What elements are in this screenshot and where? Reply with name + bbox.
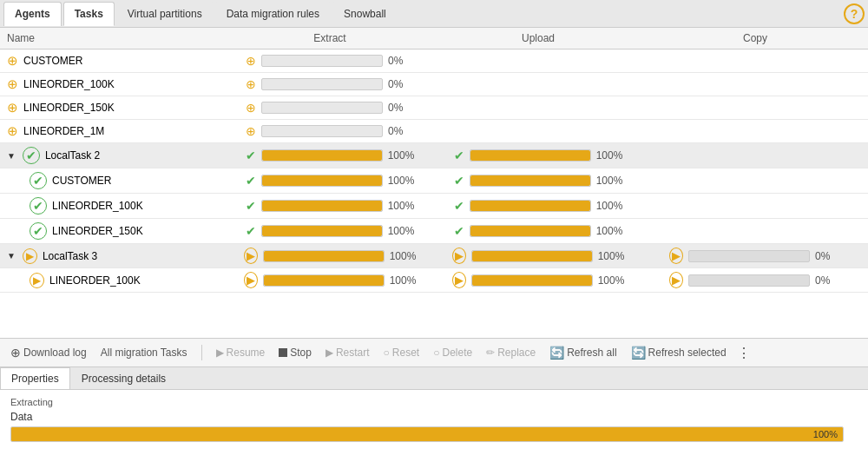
col-name: Name	[0, 28, 226, 50]
progress-bar-container	[263, 250, 385, 262]
check-icon: ✔	[30, 172, 47, 189]
data-label: Data	[10, 411, 858, 423]
refresh-all-button[interactable]: 🔄 Refresh all	[546, 344, 620, 361]
refresh-selected-button[interactable]: 🔄 Refresh selected	[628, 344, 730, 361]
table-row[interactable]: ⊕CUSTOMER⊕0%	[0, 50, 868, 73]
col-extract: Extract	[226, 28, 434, 50]
tab-data-migration-rules[interactable]: Data migration rules	[215, 2, 331, 26]
progress-pct-label: 100%	[388, 175, 415, 187]
main-area: Name Extract Upload Copy ⊕CUSTOMER⊕0%⊕LI…	[0, 28, 868, 449]
progress-bar-fill	[262, 201, 382, 211]
extracting-label: Extracting	[10, 397, 858, 407]
check-icon: ✔	[454, 199, 464, 213]
progress-cell: ▶100%	[441, 272, 635, 288]
progress-bar-container	[470, 200, 591, 212]
progress-bar-container	[261, 175, 383, 187]
help-icon[interactable]: ?	[844, 3, 865, 24]
table-row[interactable]: ⊕LINEORDER_100K⊕0%	[0, 73, 868, 96]
row-name-label: LINEORDER_150K	[52, 225, 143, 237]
col-copy: Copy	[642, 28, 868, 50]
progress-bar-container	[261, 225, 383, 237]
progress-bar-container	[470, 149, 591, 162]
progress-cell: ✔100%	[233, 224, 427, 238]
row-name-label: LocalTask 3	[43, 250, 97, 262]
add-icon: ⊕	[7, 123, 18, 139]
progress-bar-fill	[262, 226, 382, 236]
tab-bar: Agents Tasks Virtual partitions Data mig…	[0, 0, 868, 28]
check-icon: ✔	[246, 224, 256, 238]
progress-bar-fill	[470, 150, 590, 161]
row-name-label: LINEORDER_150K	[23, 102, 115, 114]
add-icon: ⊕	[7, 100, 18, 116]
table-row[interactable]: ⊕LINEORDER_150K⊕0%	[0, 96, 868, 120]
reset-icon: ○	[384, 347, 390, 359]
progress-bar-container	[688, 250, 810, 262]
replace-icon: ✏	[486, 347, 495, 359]
table-row[interactable]: ✔LINEORDER_150K✔100%✔100%	[0, 219, 868, 244]
progress-bar-container	[470, 175, 591, 187]
check-icon: ✔	[30, 197, 47, 215]
add-icon: ⊕	[246, 77, 256, 91]
row-name-label: LINEORDER_1M	[23, 125, 104, 137]
table-row[interactable]: ▼▶LocalTask 3▶100%▶100%▶0%	[0, 244, 868, 268]
progress-bar-container	[470, 225, 591, 237]
table-row[interactable]: ✔CUSTOMER✔100%✔100%	[0, 168, 868, 194]
stop-icon	[279, 348, 287, 357]
bottom-progress-fill	[11, 427, 843, 441]
tab-processing-details[interactable]: Processing details	[70, 367, 177, 389]
table-row[interactable]: ✔LINEORDER_100K✔100%✔100%	[0, 194, 868, 219]
replace-button[interactable]: ✏ Replace	[483, 345, 539, 360]
tab-properties[interactable]: Properties	[0, 367, 70, 389]
progress-pct-label: 0%	[815, 250, 841, 262]
resume-button[interactable]: ▶ Resume	[213, 345, 269, 360]
progress-bar-fill	[264, 275, 384, 286]
tab-tasks[interactable]: Tasks	[63, 2, 115, 26]
progress-pct-label: 100%	[596, 200, 623, 212]
restart-button[interactable]: ▶ Restart	[322, 345, 373, 360]
progress-bar-container	[261, 200, 383, 212]
row-name-label: LINEORDER_100K	[52, 200, 143, 212]
bottom-tabs: Properties Processing details	[0, 367, 868, 390]
play-icon: ▶	[669, 248, 683, 264]
table-row[interactable]: ▶LINEORDER_100K▶100%▶100%▶0%	[0, 268, 868, 293]
table-row[interactable]: ▼✔LocalTask 2✔100%✔100%	[0, 143, 868, 168]
more-options-button[interactable]: ⋮	[737, 345, 751, 361]
progress-bar-fill	[264, 251, 384, 261]
progress-cell: ✔100%	[441, 199, 635, 213]
progress-bar-fill	[470, 175, 590, 186]
tab-snowball[interactable]: Snowball	[332, 2, 398, 26]
task-table-container[interactable]: Name Extract Upload Copy ⊕CUSTOMER⊕0%⊕LI…	[0, 28, 868, 339]
row-name-label: CUSTOMER	[52, 175, 111, 187]
delete-icon: ○	[433, 347, 439, 359]
progress-pct-label: 100%	[596, 225, 623, 237]
play-icon: ▶	[244, 248, 258, 264]
task-table: Name Extract Upload Copy ⊕CUSTOMER⊕0%⊕LI…	[0, 28, 868, 293]
resume-icon: ▶	[216, 347, 224, 359]
reset-button[interactable]: ○ Reset	[380, 345, 424, 360]
progress-cell: ▶0%	[649, 272, 861, 288]
separator1	[201, 345, 202, 360]
table-row[interactable]: ⊕LINEORDER_1M⊕0%	[0, 120, 868, 143]
tab-virtual-partitions[interactable]: Virtual partitions	[116, 2, 214, 26]
progress-bar-fill	[472, 275, 592, 286]
row-name-label: LINEORDER_100K	[23, 78, 115, 90]
delete-button[interactable]: ○ Delete	[430, 345, 476, 360]
play-icon: ▶	[30, 273, 44, 288]
expand-arrow-icon[interactable]: ▼	[7, 151, 16, 161]
check-icon: ✔	[246, 199, 256, 213]
row-name-label: LINEORDER_100K	[49, 274, 141, 287]
progress-pct-label: 100%	[596, 149, 623, 162]
download-icon: ⊕	[10, 346, 21, 360]
play-icon: ▶	[244, 272, 258, 288]
bottom-progress-pct: 100%	[813, 427, 838, 441]
refresh-selected-icon: 🔄	[631, 346, 646, 360]
stop-button[interactable]: Stop	[275, 345, 315, 360]
row-name-label: LocalTask 2	[45, 149, 100, 162]
progress-bar-container	[471, 250, 593, 262]
progress-cell: ✔100%	[441, 149, 635, 162]
download-log-button[interactable]: ⊕ Download log	[7, 344, 90, 361]
add-icon: ⊕	[246, 124, 256, 138]
tab-agents[interactable]: Agents	[3, 2, 62, 26]
progress-pct-label: 0%	[815, 274, 841, 287]
expand-arrow-icon[interactable]: ▼	[7, 251, 16, 261]
